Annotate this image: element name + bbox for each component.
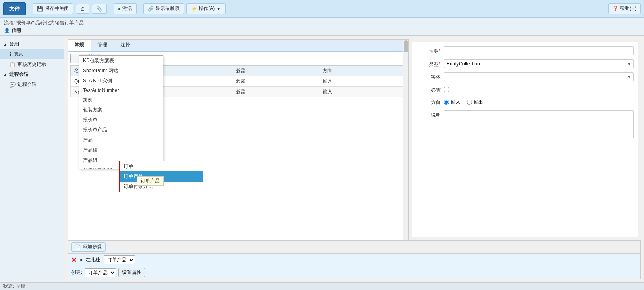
toolbar-divider-2: [110, 3, 110, 15]
prop-label-direction: 方向: [416, 98, 441, 106]
tab-manage[interactable]: 管理: [91, 40, 114, 51]
tooltip-overlay: 订单产品: [137, 176, 164, 186]
create-label: 创建:: [71, 269, 82, 276]
prop-label-required: 必需: [416, 85, 441, 94]
prop-value-entity: ▼: [444, 72, 634, 81]
history-icon: 📋: [10, 62, 16, 67]
prop-row-name: 名称: [416, 46, 634, 55]
type-select-wrapper: EntityCollection Entity String Integer B…: [444, 59, 634, 68]
print-button[interactable]: 🖨: [76, 4, 89, 14]
add-param-button[interactable]: +: [70, 54, 79, 63]
prop-label-name: 名称: [416, 46, 441, 55]
step-dropdown-item-0[interactable]: 订单: [120, 161, 203, 171]
actions-icon: ⚡: [191, 6, 197, 12]
tabs-bar: 常规 管理 注释: [68, 40, 408, 52]
activate-button[interactable]: ● 激活: [114, 3, 137, 14]
create-select[interactable]: 订单产品: [85, 268, 116, 277]
prop-value-description: [444, 110, 634, 140]
scrollbar-thumb[interactable]: [404, 40, 408, 52]
step-row-1: ✕ ● 在此处 订单产品: [68, 254, 640, 266]
collapse-session-icon: ▲: [3, 72, 8, 77]
remove-step-icon[interactable]: ✕: [71, 256, 77, 264]
toolbar-divider-1: [29, 3, 29, 15]
save-close-button[interactable]: 💾 保存并关闭: [33, 3, 73, 14]
radio-output[interactable]: [467, 100, 472, 105]
step-label: 在此处: [86, 257, 100, 263]
direction-radio-group: 输入 输出: [444, 98, 634, 106]
prop-row-direction: 方向 输入 输出: [416, 98, 634, 106]
set-props-button[interactable]: 设置属性: [118, 268, 145, 277]
breadcrumb-bar: 流程: 报价单产品转化为销售订单产品 👤 信息 处理解决方案: 商机转化为合同: [0, 18, 644, 36]
sidebar: ▲ 公用 ℹ 信息 📋 审核历史记录 ▲ 进程会话 💬 进程会话: [0, 36, 64, 282]
help-button[interactable]: ❓ 帮助(H): [608, 3, 641, 14]
radio-input[interactable]: [444, 100, 449, 105]
sidebar-item-session[interactable]: 💬 进程会话: [0, 79, 64, 90]
save-icon: 💾: [37, 6, 43, 12]
collapse-icon: ▲: [3, 42, 8, 47]
sidebar-section-public[interactable]: ▲ 公用: [0, 39, 64, 49]
col-header-required: 必需: [232, 66, 319, 76]
session-icon: 💬: [10, 82, 16, 88]
required-checkbox[interactable]: [444, 87, 449, 92]
vertical-scrollbar[interactable]: [403, 40, 408, 240]
breadcrumb: 流程: 报价单产品转化为销售订单产品: [4, 19, 640, 26]
radio-output-label[interactable]: 输出: [467, 99, 483, 106]
cell-required-1: 必需: [232, 76, 319, 87]
page-title: 👤 信息: [4, 27, 640, 35]
prop-label-description: 说明: [416, 110, 441, 119]
status-text: 状态: 草稿: [3, 283, 25, 290]
statusbar: 状态: 草稿: [0, 282, 644, 290]
show-deps-button[interactable]: 🔗 显示依赖项: [143, 3, 184, 14]
right-panel: 名称 类型 EntityCollection Entity String: [412, 42, 638, 237]
dropdown-item-4[interactable]: 案例: [79, 95, 163, 105]
description-textarea[interactable]: [444, 110, 634, 138]
step-create-row: 创建: 订单产品 设置属性: [68, 266, 640, 279]
dropdown-item-8[interactable]: 产品: [79, 135, 163, 145]
cell-direction-2: 输入: [319, 87, 406, 97]
dropdown-scroll[interactable]: KD包装方案表 SharePoint 网站 SLA KPI 实例 TestAut…: [79, 56, 163, 169]
prop-row-type: 类型 EntityCollection Entity String Intege…: [416, 59, 634, 68]
info-nav-icon: ℹ: [10, 52, 12, 57]
dropdown-item-3[interactable]: TestAutoNumber: [79, 86, 163, 95]
prop-row-entity: 实体 ▼: [416, 72, 634, 81]
step-entity-select[interactable]: 订单产品: [104, 255, 135, 264]
dropdown-item-2[interactable]: SLA KPI 实例: [79, 76, 163, 86]
name-input[interactable]: [444, 46, 634, 55]
type-select[interactable]: EntityCollection Entity String Integer B…: [444, 59, 634, 68]
dropdown-item-5[interactable]: 包装方案: [79, 105, 163, 115]
step-bullet: ●: [80, 257, 83, 263]
sidebar-item-info[interactable]: ℹ 信息: [0, 49, 64, 59]
toolbar: 文件 💾 保存并关闭 🖨 📎 ● 激活 🔗 显示依赖项 ⚡ 操作(A) ▼ ❓ …: [0, 0, 644, 18]
steps-area: 📄 添加步骤 ✕ ● 在此处 订单产品 创建: 订单产品 设置属: [68, 240, 641, 279]
tab-notes[interactable]: 注释: [114, 40, 137, 51]
prop-value-name: [444, 46, 634, 55]
dropdown-item-6[interactable]: 报价单: [79, 115, 163, 125]
activate-icon: ●: [118, 6, 121, 12]
dropdown-item-0[interactable]: KD包装方案表: [79, 56, 163, 66]
steps-header: 📄 添加步骤: [68, 241, 640, 254]
prop-row-required: 必需: [416, 85, 634, 94]
sidebar-section-session[interactable]: ▲ 进程会话: [0, 69, 64, 79]
attach-button[interactable]: 📎: [92, 4, 107, 14]
info-icon: 👤: [4, 28, 10, 33]
add-param-icon: +: [73, 56, 76, 61]
dropdown-item-9[interactable]: 产品线: [79, 145, 163, 155]
sidebar-item-history[interactable]: 📋 审核历史记录: [0, 59, 64, 69]
entity-select-wrapper: ▼: [444, 72, 634, 81]
tab-general[interactable]: 常规: [68, 40, 91, 51]
cell-direction-1: 输入: [319, 76, 406, 87]
actions-button[interactable]: ⚡ 操作(A) ▼: [186, 3, 226, 14]
file-button[interactable]: 文件: [3, 2, 26, 15]
prop-value-type: EntityCollection Entity String Integer B…: [444, 59, 634, 68]
add-step-button[interactable]: 📄 添加步骤: [71, 242, 106, 252]
actions-chevron-icon: ▼: [216, 6, 221, 12]
entity-dropdown[interactable]: KD包装方案表 SharePoint 网站 SLA KPI 实例 TestAut…: [79, 55, 163, 169]
add-step-icon: 📄: [75, 244, 81, 250]
dropdown-item-1[interactable]: SharePoint 网站: [79, 66, 163, 76]
prop-row-description: 说明: [416, 110, 634, 140]
radio-input-label[interactable]: 输入: [444, 99, 460, 106]
dropdown-item-7[interactable]: 报价单产品: [79, 125, 163, 135]
prop-value-required: [444, 85, 634, 93]
entity-select[interactable]: [444, 72, 634, 81]
deps-icon: 🔗: [148, 6, 154, 12]
